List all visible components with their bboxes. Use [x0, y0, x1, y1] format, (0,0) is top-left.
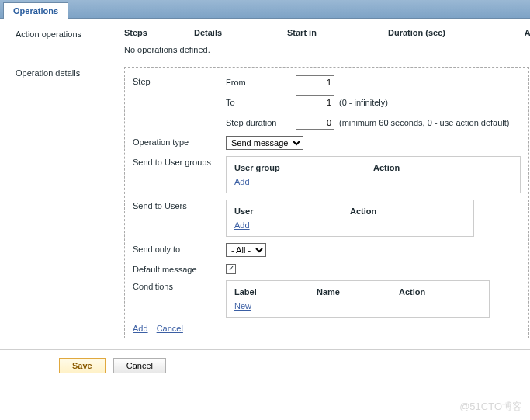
user-col: User — [234, 207, 350, 216]
conditions-label: Conditions — [133, 280, 226, 291]
from-label: From — [226, 78, 296, 87]
col-duration: Duration (sec) — [388, 28, 520, 37]
tab-bar: Operations — [0, 0, 530, 19]
operation-type-select[interactable]: Send message — [226, 136, 303, 150]
col-action: Action — [520, 28, 530, 37]
cancel-button[interactable]: Cancel — [113, 358, 166, 373]
operation-details-panel: Step From To (0 - infinitely) Step dur — [124, 67, 529, 338]
new-condition-link[interactable]: New — [234, 301, 251, 311]
to-hint: (0 - infinitely) — [339, 98, 388, 107]
action-operations-label: Action operations — [16, 28, 124, 39]
user-action-col: Action — [350, 207, 466, 216]
footer: Save Cancel — [0, 349, 530, 381]
tab-operations[interactable]: Operations — [3, 2, 68, 19]
conditions-action-col: Action — [399, 287, 481, 297]
operation-details-label: Operation details — [16, 67, 124, 78]
conditions-name-col: Name — [317, 287, 399, 297]
users-table: User Action Add — [226, 200, 474, 237]
conditions-label-col: Label — [234, 287, 317, 297]
from-input[interactable] — [296, 75, 334, 89]
user-group-col: User group — [234, 163, 373, 172]
add-user-group-link[interactable]: Add — [234, 177, 250, 186]
operations-table-header: Steps Details Start in Duration (sec) Ac… — [124, 28, 530, 42]
user-group-action-col: Action — [373, 163, 512, 172]
step-duration-input[interactable] — [296, 116, 334, 130]
add-user-link[interactable]: Add — [234, 220, 250, 230]
to-label: To — [226, 98, 296, 107]
send-only-to-label: Send only to — [133, 243, 226, 254]
user-groups-table: User group Action Add — [226, 156, 521, 193]
op-cancel-link[interactable]: Cancel — [157, 324, 183, 333]
op-add-link[interactable]: Add — [133, 324, 148, 333]
step-duration-hint: (minimum 60 seconds, 0 - use action defa… — [339, 118, 510, 127]
default-message-checkbox[interactable]: ✓ — [226, 264, 236, 274]
no-operations-text: No operations defined. — [124, 42, 530, 59]
col-steps: Steps — [124, 28, 194, 37]
conditions-table: Label Name Action New — [226, 280, 490, 318]
col-details: Details — [194, 28, 287, 37]
send-to-users-label: Send to Users — [133, 200, 226, 210]
send-only-to-select[interactable]: - All - — [226, 243, 266, 257]
step-label: Step — [133, 75, 226, 86]
save-button[interactable]: Save — [59, 358, 106, 373]
send-to-user-groups-label: Send to User groups — [133, 156, 226, 167]
to-input[interactable] — [296, 95, 334, 109]
step-duration-label: Step duration — [226, 118, 296, 127]
col-start-in: Start in — [287, 28, 388, 37]
operation-type-label: Operation type — [133, 136, 226, 147]
default-message-label: Default message — [133, 263, 226, 274]
watermark: @51CTO博客 — [459, 400, 522, 414]
